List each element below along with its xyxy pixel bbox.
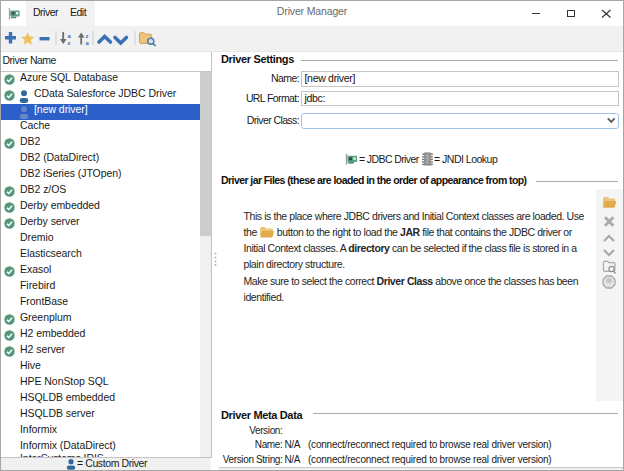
svg-text:z: z — [68, 40, 71, 46]
svg-text:a: a — [86, 40, 90, 46]
svg-text:z: z — [86, 33, 89, 39]
svg-text:a: a — [68, 33, 72, 39]
